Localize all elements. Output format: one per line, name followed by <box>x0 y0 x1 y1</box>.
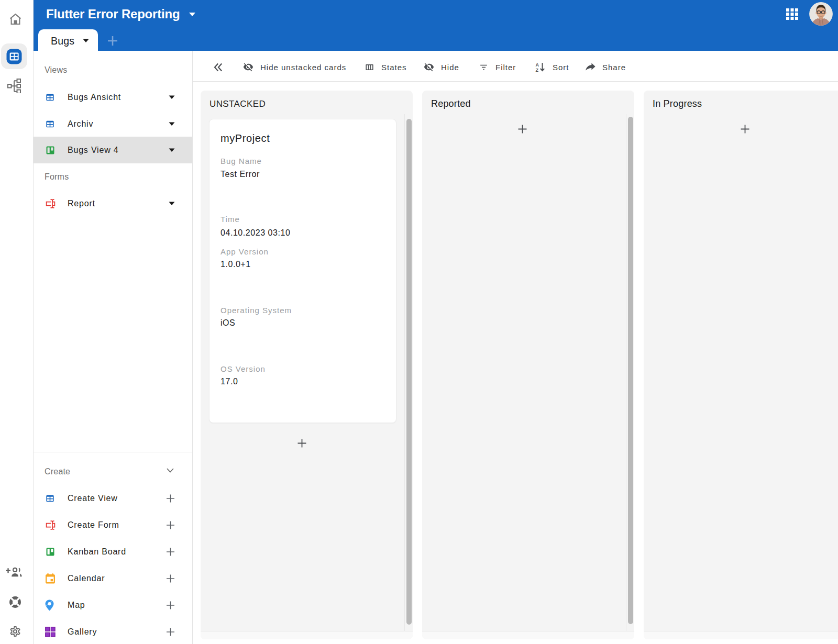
svg-text:A: A <box>536 62 540 68</box>
svg-text:Z: Z <box>536 68 539 73</box>
